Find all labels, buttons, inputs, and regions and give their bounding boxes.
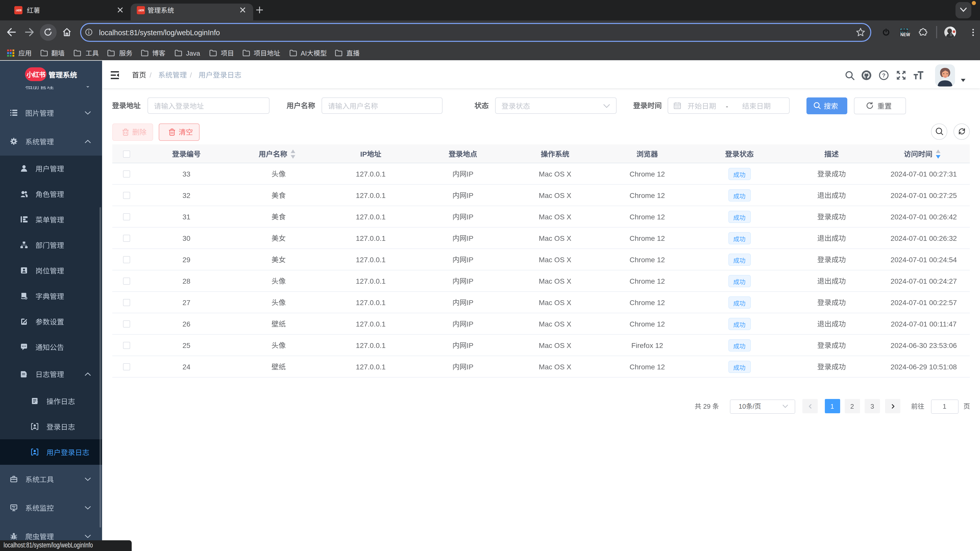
svg-text:?: ? bbox=[882, 72, 885, 79]
